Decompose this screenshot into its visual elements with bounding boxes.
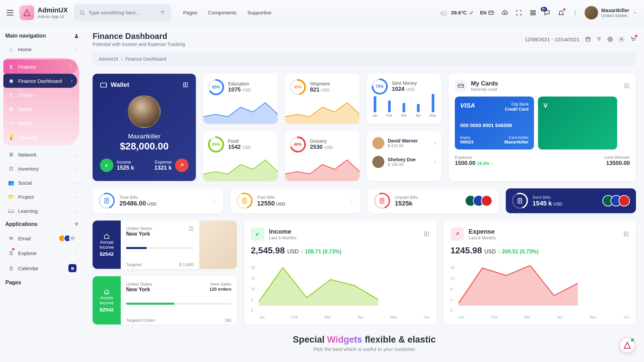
lang-switch[interactable]: EN bbox=[480, 9, 494, 16]
logo[interactable]: AdminUXAdmin App UI bbox=[19, 5, 68, 20]
network-icon: ⊞ bbox=[8, 152, 14, 158]
svg-rect-6 bbox=[531, 13, 532, 15]
app-header: AdminUXAdmin App UI Pages Components Sup… bbox=[0, 0, 644, 25]
sidebar-item-wallet[interactable]: ▭Wallet› bbox=[3, 116, 79, 130]
search-icon bbox=[79, 10, 85, 16]
search-input[interactable] bbox=[89, 10, 156, 15]
nav-supportive[interactable]: Supportive bbox=[248, 10, 272, 15]
bell-icon[interactable] bbox=[558, 9, 565, 16]
sidebar: Main navigation ⌂Home› $Finance⌃ ◉Financ… bbox=[0, 25, 85, 362]
credit-card[interactable]: V bbox=[538, 97, 617, 149]
person-row[interactable]: David Warner$ 410.00› bbox=[367, 134, 441, 153]
sidebar-app-explorer[interactable]: 🗓Explorer› bbox=[3, 246, 81, 260]
bulb-icon: 💡 bbox=[8, 134, 14, 140]
svg-point-10 bbox=[575, 14, 576, 15]
sidebar-app-email[interactable]: ✉Email9+ bbox=[3, 231, 81, 246]
sidebar-item-banks[interactable]: 🏛Banks› bbox=[3, 102, 79, 116]
settings-icon[interactable] bbox=[74, 222, 79, 227]
stat-education: 65%Education1075 USD bbox=[203, 74, 278, 124]
svg-point-13 bbox=[608, 37, 612, 42]
pencil-icon[interactable] bbox=[469, 10, 474, 15]
more-icon[interactable] bbox=[572, 9, 579, 16]
layout-icon[interactable] bbox=[624, 83, 630, 89]
breadcrumb-current: Finance Dashboard bbox=[125, 56, 166, 62]
sidebar-item-project[interactable]: 📁Project⌄ bbox=[3, 190, 81, 204]
svg-rect-5 bbox=[533, 10, 535, 12]
layout-icon[interactable] bbox=[623, 231, 629, 237]
bitcoin-icon: ₿ bbox=[8, 92, 14, 98]
bill-card: Unpaid Bills1525k bbox=[368, 188, 498, 213]
help-icon[interactable] bbox=[607, 36, 613, 42]
breadcrumb: AdminUX › Finance Dashboard bbox=[93, 52, 636, 66]
sidebar-item-rewards[interactable]: 💡Rewards› bbox=[3, 130, 79, 144]
grid-icon[interactable] bbox=[530, 9, 536, 16]
expense-card: ExpenseLast 6 Months 1245.98 USD↑ 200.51… bbox=[444, 221, 636, 324]
svg-point-9 bbox=[575, 12, 576, 13]
sidebar-item-social[interactable]: 👥Social⌄ bbox=[3, 176, 81, 190]
home-icon bbox=[103, 233, 110, 240]
more-icon[interactable]: ⋮ bbox=[349, 198, 355, 204]
person-row[interactable]: Shelvey Doe$ 180.00› bbox=[367, 153, 441, 171]
sidebar-item-finance-dashboard[interactable]: ◉Finance Dashboard› bbox=[3, 74, 77, 88]
annual-income-card: AnnualIncome$2542 United StatesNew YorkT… bbox=[93, 221, 237, 269]
layout-icon[interactable] bbox=[182, 82, 189, 88]
wallet-avatar bbox=[128, 95, 161, 128]
sent-money-card: 75%Sent Money1024 USDJanFebMarAprMay bbox=[367, 74, 441, 124]
special-widgets: Special Widgets flexible & elastic Pick … bbox=[93, 335, 636, 352]
people-list: David Warner$ 410.00› Shelvey Doe$ 180.0… bbox=[367, 131, 441, 181]
stat-food: 85%Food1542 USD bbox=[203, 131, 278, 181]
wallet-expense: Expense1321 k bbox=[154, 159, 189, 172]
svg-point-8 bbox=[575, 11, 576, 12]
gear-icon[interactable] bbox=[619, 36, 625, 42]
svg-rect-12 bbox=[586, 38, 590, 41]
sidebar-item-inventory[interactable]: ⊡Inventory⌄ bbox=[3, 162, 81, 176]
wallet-amount: $28,000.00 bbox=[100, 141, 189, 152]
layout-icon[interactable] bbox=[189, 226, 194, 231]
arrow-up-right-icon bbox=[179, 163, 184, 168]
box-icon: ⊡ bbox=[8, 166, 14, 172]
svg-point-0 bbox=[80, 11, 84, 14]
sidebar-item-finance[interactable]: $Finance⌃ bbox=[3, 60, 77, 74]
sidebar-item-home[interactable]: ⌂Home› bbox=[3, 42, 81, 56]
weather: 29.6°C bbox=[439, 9, 474, 16]
svg-point-14 bbox=[609, 38, 611, 40]
profile-location: United States bbox=[601, 13, 629, 18]
sidebar-app-calendar[interactable]: 🗓Calendar▦ bbox=[3, 260, 81, 276]
download-icon[interactable] bbox=[501, 9, 508, 16]
layout-icon[interactable] bbox=[424, 231, 430, 237]
assets-income-card: AssetsIncome$2542 United StatesNew YorkN… bbox=[93, 276, 237, 324]
sidebar-item-crypto[interactable]: ₿Crypto› bbox=[3, 88, 79, 102]
top-nav: Pages Components Supportive bbox=[183, 10, 271, 15]
filter-icon[interactable] bbox=[160, 10, 166, 16]
date-range[interactable]: 12/08/2021 - 12/14/2021 bbox=[525, 37, 580, 42]
nav-components[interactable]: Components bbox=[208, 10, 237, 15]
fab-button[interactable] bbox=[619, 337, 635, 353]
user-icon[interactable] bbox=[74, 33, 79, 39]
more-icon[interactable]: ⋮ bbox=[212, 198, 217, 204]
search-box[interactable] bbox=[74, 4, 171, 21]
wallet-income: Income1525 k bbox=[100, 159, 134, 172]
calendar-icon[interactable] bbox=[585, 36, 591, 42]
my-cards: My CardsRecently Used VISACity BankCredi… bbox=[449, 74, 636, 181]
nav-pages[interactable]: Pages bbox=[183, 10, 198, 15]
bank-icon: 🏛 bbox=[8, 106, 14, 112]
stat-shipment: 45%Shipment821 USD bbox=[285, 74, 360, 124]
menu-button[interactable] bbox=[7, 10, 13, 15]
app-tagline: Admin App UI bbox=[38, 14, 68, 19]
messages-icon[interactable]: 9+ bbox=[544, 9, 550, 16]
wallet-icon bbox=[100, 82, 107, 88]
svg-point-2 bbox=[443, 10, 447, 14]
svg-point-11 bbox=[75, 34, 77, 36]
svg-rect-33 bbox=[518, 198, 522, 203]
filter-icon[interactable] bbox=[596, 37, 602, 42]
page-subtitle: Potential with Income and Expense Tracki… bbox=[93, 42, 185, 47]
fullscreen-icon[interactable] bbox=[516, 9, 522, 16]
profile-menu[interactable]: MaxartkillerUnited States bbox=[585, 6, 637, 19]
card-icon bbox=[455, 80, 467, 92]
avatar bbox=[585, 6, 598, 19]
breadcrumb-root[interactable]: AdminUX bbox=[99, 56, 118, 62]
sidebar-item-learning[interactable]: 📖Learning⌄ bbox=[3, 204, 81, 218]
sidebar-item-network[interactable]: ⊞Network⌄ bbox=[3, 147, 81, 162]
credit-card[interactable]: VISACity BankCredit Card 000 0000 0001 5… bbox=[455, 97, 534, 149]
cart-icon[interactable] bbox=[630, 36, 636, 42]
